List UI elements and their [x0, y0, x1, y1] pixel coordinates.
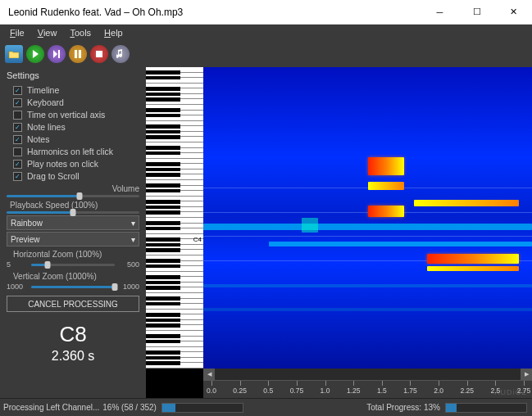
setting-play-notes-on-click[interactable]: ✓Play notes on click [13, 159, 139, 169]
ruler-tick [297, 381, 298, 386]
playback-slider[interactable] [7, 211, 139, 214]
setting-note-lines[interactable]: ✓Note lines [13, 122, 139, 132]
titlebar: Leonid Rudenko feat. Vad – Oh Oh.mp3 ─ ☐… [0, 0, 532, 25]
ruler-tick [410, 381, 411, 386]
black-key[interactable] [146, 168, 180, 172]
menu-file[interactable]: File [3, 26, 31, 39]
setting-time-on-vertical-axis[interactable]: Time on vertical axis [13, 110, 139, 120]
black-key[interactable] [146, 302, 180, 306]
vzoom-slider[interactable] [31, 286, 115, 288]
pause-icon[interactable] [69, 45, 87, 63]
black-key[interactable] [146, 124, 180, 129]
menu-tools[interactable]: Tools [63, 26, 98, 39]
settings-title: Settings [7, 70, 139, 80]
black-key[interactable] [146, 243, 180, 247]
minimize-button[interactable]: ─ [421, 0, 458, 25]
note-icon[interactable] [111, 45, 130, 63]
colormap-dropdown[interactable]: Rainbow▾ [7, 215, 139, 230]
black-key[interactable] [146, 173, 180, 177]
black-key[interactable] [146, 97, 180, 102]
black-key[interactable] [146, 206, 180, 210]
setting-label: Timeline [27, 85, 59, 95]
time-ruler[interactable]: 0.00.250.50.751.01.251.51.752.02.252.52.… [203, 380, 532, 398]
black-key[interactable] [146, 356, 180, 360]
chevron-down-icon: ▾ [131, 219, 135, 228]
checkbox-icon: ✓ [13, 135, 22, 144]
checkbox-icon: ✓ [13, 123, 22, 132]
cancel-processing-button[interactable]: CANCEL PROCESSING [7, 296, 139, 312]
black-key[interactable] [146, 183, 180, 188]
black-key[interactable] [146, 146, 180, 150]
black-key[interactable] [146, 313, 180, 317]
scroll-right-icon[interactable]: ▶ [521, 369, 532, 380]
ruler-label: 2.0 [434, 387, 443, 395]
black-key[interactable] [146, 265, 180, 269]
black-key[interactable] [146, 162, 180, 166]
black-key[interactable] [146, 227, 180, 231]
ruler-tick [325, 381, 326, 386]
black-key[interactable] [146, 248, 180, 252]
ruler-label: 1.25 [347, 387, 361, 395]
setting-label: Drag to Scroll [27, 171, 80, 181]
ruler-tick [467, 381, 468, 386]
horizontal-scrollbar[interactable]: ◀ ▶ [203, 369, 532, 380]
ruler-tick [211, 381, 212, 386]
black-key[interactable] [146, 108, 180, 112]
black-key[interactable] [146, 135, 180, 139]
piano-keyboard[interactable]: C4 [146, 67, 203, 369]
black-key[interactable] [146, 286, 180, 290]
black-key[interactable] [146, 350, 180, 355]
volume-slider[interactable] [7, 195, 139, 197]
stop-icon[interactable] [90, 45, 108, 63]
setting-label: Keyboard [27, 97, 64, 107]
black-key[interactable] [146, 334, 180, 338]
black-key[interactable] [146, 281, 180, 285]
black-key[interactable] [146, 361, 180, 365]
black-key[interactable] [146, 259, 180, 263]
black-key[interactable] [146, 275, 180, 279]
play-icon[interactable] [26, 45, 44, 63]
black-key[interactable] [146, 200, 180, 204]
black-key[interactable] [146, 237, 180, 242]
setting-drag-to-scroll[interactable]: ✓Drag to Scroll [13, 171, 139, 181]
black-key[interactable] [146, 319, 180, 323]
ruler-tick [353, 381, 354, 386]
black-key[interactable] [146, 210, 180, 215]
hzoom-slider[interactable] [31, 264, 115, 266]
skip-icon[interactable] [48, 45, 66, 63]
black-key[interactable] [146, 151, 180, 156]
black-key[interactable] [146, 93, 180, 97]
black-key[interactable] [146, 221, 180, 225]
total-progress-bar [445, 403, 527, 413]
setting-label: Time on vertical axis [27, 110, 105, 120]
maximize-button[interactable]: ☐ [458, 0, 495, 25]
setting-notes[interactable]: ✓Notes [13, 134, 139, 144]
black-key[interactable] [146, 76, 180, 80]
black-key[interactable] [146, 70, 180, 75]
close-button[interactable]: ✕ [495, 0, 532, 25]
preview-dropdown[interactable]: Preview▾ [7, 232, 139, 246]
setting-harmonics-on-left-click[interactable]: Harmonics on left click [13, 147, 139, 156]
black-key[interactable] [146, 130, 180, 134]
setting-label: Notes [27, 134, 49, 144]
menu-view[interactable]: View [31, 26, 64, 39]
black-key[interactable] [146, 296, 180, 301]
black-key[interactable] [146, 340, 180, 344]
black-key[interactable] [146, 114, 180, 118]
menu-help[interactable]: Help [98, 26, 130, 39]
spectrogram[interactable] [203, 67, 532, 369]
setting-timeline[interactable]: ✓Timeline [13, 85, 139, 95]
open-file-icon[interactable] [5, 45, 23, 63]
status-left-pct: 16% (58 / 352) [102, 403, 157, 412]
watermark: AUDiOZ [495, 388, 528, 396]
setting-keyboard[interactable]: ✓Keyboard [13, 97, 139, 107]
black-key[interactable] [146, 87, 180, 91]
checkbox-icon: ✓ [13, 98, 22, 107]
vzoom-min: 1000 [7, 283, 28, 291]
black-key[interactable] [146, 189, 180, 193]
preview-value: Preview [11, 235, 40, 244]
black-key[interactable] [146, 323, 180, 328]
scroll-left-icon[interactable]: ◀ [203, 369, 215, 380]
ruler-label: 1.0 [321, 387, 330, 395]
ruler-label: 2.25 [460, 387, 474, 395]
